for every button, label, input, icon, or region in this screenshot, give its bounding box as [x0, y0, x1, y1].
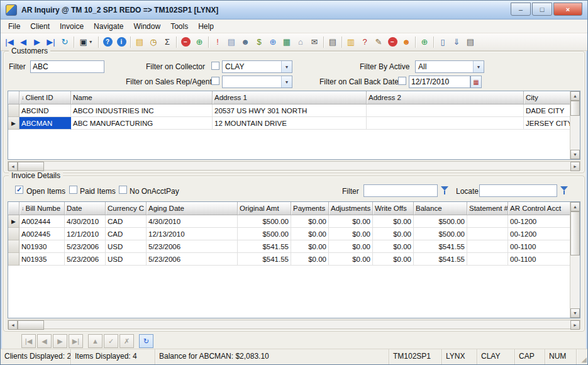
info-button[interactable]: i [114, 35, 128, 49]
scroll-up-button[interactable]: ▲ [570, 202, 580, 211]
invoice-grid-cell[interactable]: 5/23/2006 [65, 253, 106, 266]
alerts-button[interactable]: ! [211, 35, 225, 49]
invoice-grid-cell[interactable]: 00-1100 [508, 253, 570, 266]
print-button[interactable]: ▤ [326, 35, 340, 49]
customer-grid-cell[interactable]: ABC MANUFACTURING [71, 117, 213, 130]
scroll-right-button[interactable]: ► [570, 162, 580, 171]
column-header-ar-control-acct[interactable]: AR Control Acct [508, 202, 570, 215]
open-items-checkbox[interactable]: ✓ [15, 186, 23, 194]
invoice-grid-cell[interactable]: $541.55 [414, 253, 467, 266]
customer-grid-cell[interactable]: 12 MOUNTAIN DRIVE [213, 117, 367, 130]
filter-callback-checkbox[interactable] [398, 77, 406, 85]
filter-collector-checkbox[interactable] [211, 62, 219, 70]
bank-button[interactable]: ⌂ [294, 35, 308, 49]
query-button[interactable]: ? [358, 35, 372, 49]
scroll-right-button[interactable]: ► [570, 320, 580, 330]
column-header-address-2[interactable]: Address 2 [367, 91, 524, 104]
invoice-grid-cell[interactable]: $0.00 [291, 228, 329, 240]
report-button[interactable]: ▯ [436, 35, 450, 49]
customer-grid-row[interactable]: ▶ABCMANABC MANUFACTURING12 MOUNTAIN DRIV… [8, 117, 570, 130]
nav-post-button[interactable]: ✓ [104, 334, 118, 348]
locate-input[interactable] [479, 184, 557, 197]
summary-button[interactable]: Σ [160, 35, 174, 49]
customer-grid-cell[interactable] [367, 104, 524, 117]
clients-button[interactable]: ☻ [238, 35, 252, 49]
invoice-grid-cell[interactable]: 5/23/2006 [147, 253, 238, 266]
invoice-filter-input[interactable] [363, 184, 438, 197]
invoice-grid-cell[interactable]: $0.00 [373, 253, 414, 266]
row-selector[interactable] [8, 104, 19, 117]
customer-grid-cell[interactable] [367, 117, 524, 130]
nav-cancel-button[interactable]: ✗ [119, 334, 134, 348]
column-header-currency-c[interactable]: Currency C [106, 202, 147, 215]
calendar-button[interactable]: ▦ [470, 76, 482, 88]
invoice-grid-cell[interactable]: 5/23/2006 [147, 240, 238, 253]
maximize-button[interactable]: □ [532, 3, 552, 16]
paid-items-checkbox[interactable] [69, 186, 77, 194]
help-button[interactable]: ? [101, 35, 114, 49]
attachment-button[interactable]: ✎ [372, 35, 386, 49]
invoice-grid-cell[interactable]: $0.00 [329, 215, 373, 228]
column-header-bill-numbe[interactable]: ↓Bill Numbe [19, 202, 65, 215]
invoice-grid-hscrollbar[interactable]: ◄► [8, 320, 580, 329]
invoice-grid-cell[interactable]: $0.00 [329, 253, 373, 266]
invoice-grid-cell[interactable]: $500.00 [238, 215, 291, 228]
invoice-grid-cell[interactable]: $0.00 [373, 240, 414, 253]
customer-grid-cell[interactable]: DADE CITY [524, 104, 570, 117]
invoice-grid-cell[interactable] [467, 240, 508, 253]
filter-funnel-icon[interactable] [440, 185, 450, 195]
invoice-grid-cell[interactable]: $500.00 [414, 215, 467, 228]
customer-grid-cell[interactable]: ABCIND [19, 104, 71, 117]
nav-last-button[interactable]: ▶| [69, 334, 83, 348]
invoice-grid-cell[interactable]: $0.00 [329, 240, 373, 253]
globe-button[interactable]: ⊕ [418, 35, 431, 49]
invoice-grid-cell[interactable]: $541.55 [238, 240, 291, 253]
scroll-down-button[interactable]: ▼ [570, 150, 580, 159]
customer-filter-input[interactable] [30, 60, 104, 73]
invoice-grid-cell[interactable]: 4/30/2010 [65, 215, 106, 228]
no-onacctpay-checkbox[interactable] [119, 186, 127, 194]
invoice-grid-cell[interactable] [467, 215, 508, 228]
column-header-payments[interactable]: Payments [291, 202, 329, 215]
invoice-grid-cell[interactable]: 12/13/2010 [147, 228, 238, 240]
billing-button[interactable]: $ [252, 35, 266, 49]
web-button[interactable]: ⊕ [266, 35, 280, 49]
menu-item-invoice[interactable]: Invoice [55, 21, 89, 32]
invoice-grid-cell[interactable]: N01930 [19, 240, 65, 253]
scroll-thumb[interactable] [18, 320, 44, 330]
invoice-grid-cell[interactable]: $0.00 [291, 240, 329, 253]
customer-grid-cell[interactable]: ABCO INDUSTRIES INC [71, 104, 213, 117]
chevron-down-icon[interactable]: ▼ [281, 76, 292, 87]
charts-button[interactable]: ▦ [280, 35, 294, 49]
invoice-grid-cell[interactable]: USD [106, 240, 147, 253]
invoice-grid-cell[interactable]: $500.00 [238, 228, 291, 240]
invoice-grid-cell[interactable]: $0.00 [291, 253, 329, 266]
menu-item-help[interactable]: Help [193, 21, 219, 32]
stop-button[interactable]: − [386, 35, 399, 49]
row-pointer-icon[interactable]: ▶ [8, 215, 19, 228]
export-button[interactable]: ⇓ [450, 35, 463, 49]
resize-grip[interactable]: ◢ [577, 349, 587, 364]
notes-button[interactable]: ▤ [133, 35, 147, 49]
scroll-down-button[interactable]: ▼ [570, 308, 580, 318]
invoice-grid-cell[interactable]: CAD [106, 215, 147, 228]
invoice-grid-cell[interactable]: $0.00 [373, 228, 414, 240]
exclude-button[interactable]: − [179, 35, 192, 49]
invoice-grid-row[interactable]: ▶A0024444/30/2010CAD4/30/2010$500.00$0.0… [8, 215, 570, 228]
close-button[interactable]: × [553, 3, 582, 16]
invoice-grid-cell[interactable]: 00-1200 [508, 215, 570, 228]
nav-prior-button[interactable]: ◀ [37, 334, 52, 348]
invoice-grid-cell[interactable]: A002445 [19, 228, 65, 240]
schedule-button[interactable]: ◷ [147, 35, 160, 49]
row-selector[interactable] [8, 240, 19, 253]
customer-grid-cell[interactable]: JERSEY CITY [524, 117, 570, 130]
invoice-grid-cell[interactable]: 00-1100 [508, 240, 570, 253]
nav-next-button[interactable]: ▶ [53, 334, 67, 348]
nav-refresh-button[interactable]: ↻ [139, 334, 153, 348]
invoice-grid-cell[interactable]: $541.55 [414, 240, 467, 253]
row-pointer-icon[interactable]: ▶ [8, 117, 19, 130]
nav-edit-button[interactable]: ▲ [88, 334, 103, 348]
invoice-grid-cell[interactable]: 00-1200 [508, 228, 570, 240]
column-header-adjustments[interactable]: Adjustments [329, 202, 373, 215]
invoice-grid-cell[interactable]: 5/23/2006 [65, 240, 106, 253]
